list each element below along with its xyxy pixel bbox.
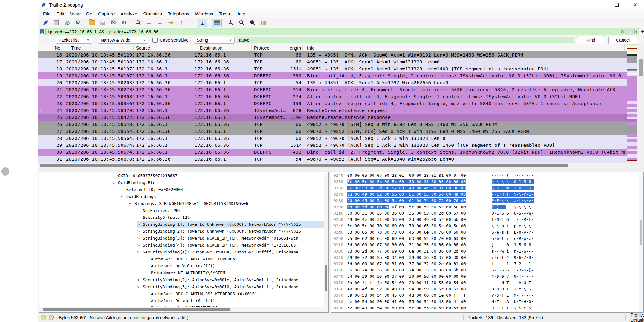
detail-line[interactable]: >StringBinding[1]: TowerId=Unknown (0x00… xyxy=(39,221,328,228)
go-last-icon[interactable]: ↓ xyxy=(187,19,197,27)
cell-dst[interactable]: 172.16.66.1 xyxy=(192,128,252,135)
cell-time[interactable]: 2020/206 10:13:45.501290 xyxy=(63,51,134,58)
cell-proto[interactable]: DCERPC xyxy=(252,72,290,79)
stop-capture-icon[interactable] xyxy=(51,19,61,27)
detail-line[interactable]: AuthzSvc: Default (0xffff) xyxy=(39,263,328,270)
hex-row[interactable]: 02505c 00 5c 00 5c 00 5c 00 30 00 31 00 … xyxy=(331,179,643,185)
packet-row[interactable]: 192020/206 10:13:45.501979172.16.66.1172… xyxy=(38,72,627,79)
cell-info[interactable]: Bind: call_id: 2, Fragment: Single, 3 co… xyxy=(303,149,625,156)
detail-line[interactable]: AuthnSvc: RPC_C_AUTH_WINNT (0x000a) xyxy=(39,256,328,263)
hex-bytes[interactable]: 49 00 4e 00 31 00 36 00 2d 00 49 00 52 0… xyxy=(347,217,466,223)
collapsed-arrow-icon[interactable]: > xyxy=(137,242,140,249)
hex-bytes[interactable]: 36 00 2e 00 36 00 36 00 2e 00 33 00 36 0… xyxy=(347,267,466,273)
hex-bytes[interactable]: 69 00 72 00 5b 00 34 00 39 00 36 00 37 0… xyxy=(347,254,466,261)
hex-bytes[interactable]: 5c 00 5c 00 5c 00 5c 00 30 00 31 00 35 0… xyxy=(347,179,466,185)
cell-len[interactable]: 66 xyxy=(290,128,303,135)
hex-row[interactable]: 039052 00 49 00 54 00 59 00 5c 00 53 00 … xyxy=(331,305,643,311)
hex-ascii[interactable]: s·-·w·i· n·1·6·-· xyxy=(492,248,534,254)
expert-info-icon[interactable] xyxy=(41,315,46,320)
hex-bytes[interactable]: 52 00 49 00 54 00 59 00 5c 00 53 00 59 0… xyxy=(347,305,466,311)
intelligent-scrollbar-minimap[interactable] xyxy=(627,45,637,161)
cell-info[interactable]: Alter_context_resp: call_id: 4, Fragment… xyxy=(303,100,625,107)
column-header-dst[interactable]: Destination xyxy=(192,44,252,51)
hex-row[interactable]: 02f05d 00 00 00 07 00 30 00 31 00 35 00 … xyxy=(331,242,643,248)
cell-src[interactable]: 172.16.66.36 xyxy=(134,114,192,121)
colorize-icon[interactable] xyxy=(212,19,222,27)
hex-row[interactable]: 03804e 00 54 00 20 00 41 00 55 00 54 00 … xyxy=(331,299,643,305)
hex-bytes[interactable]: 5d 00 00 00 07 00 30 00 31 00 35 00 36 0… xyxy=(347,242,466,248)
menu-statistics[interactable]: Statistics xyxy=(140,10,165,17)
cell-no[interactable]: 24 xyxy=(38,107,63,114)
cell-no[interactable]: 19 xyxy=(38,72,63,79)
detail-line[interactable]: >SecurityBinding[1]: AuthnSvc=0x000a, Au… xyxy=(39,249,328,256)
cell-info[interactable]: 49670 → 49852 [SYN, ACK] Seq=0 Ack=1 Win… xyxy=(303,128,625,135)
cell-no[interactable]: 20 xyxy=(38,79,63,86)
cell-time[interactable]: 2020/206 10:13:45.504223 xyxy=(63,114,134,121)
go-forward-icon[interactable]: → xyxy=(155,19,164,27)
cell-proto[interactable]: TCP xyxy=(252,51,290,58)
menu-help[interactable]: Help xyxy=(233,10,248,17)
detail-line[interactable]: >StringBinding[3]: TowerId=NCACN_IP_TCP,… xyxy=(39,235,328,242)
hex-bytes[interactable]: 53 00 65 00 73 00 73 00 45 00 6e 00 76 0… xyxy=(347,229,466,236)
find-button[interactable]: Find xyxy=(577,36,605,44)
go-to-packet-icon[interactable]: ⇥ xyxy=(166,19,175,27)
hex-ascii[interactable]: 6·.·6·6· .·3·6·[· xyxy=(492,267,534,273)
cell-info[interactable]: 49852 → 49670 [ACK] Seq=1 Ack=1 Win=1313… xyxy=(303,142,625,149)
cell-dst[interactable]: 172.16.66.36 xyxy=(192,58,252,65)
cell-time[interactable]: 2020/206 10:13:45.503089 xyxy=(63,93,134,100)
detail-line[interactable]: >StringBinding[4]: TowerId=NCACN_IP_TCP,… xyxy=(39,242,328,249)
detail-vscrollbar[interactable] xyxy=(324,173,328,307)
hex-bytes[interactable]: 5d 00 00 00 07 00 31 00 37 00 32 00 2e 0… xyxy=(347,261,466,267)
cell-time[interactable]: 2020/206 10:13:45.506740 xyxy=(63,142,134,149)
cell-src[interactable]: 172.16.66.36 xyxy=(134,51,192,58)
column-header-proto[interactable]: Protocol xyxy=(252,44,290,51)
hex-bytes[interactable]: 75 00 62 00 6c 00 69 00 63 00 52 00 70 0… xyxy=(347,236,466,242)
packet-list-vscrollbar[interactable] xyxy=(638,44,644,163)
column-header-info[interactable]: Info xyxy=(303,44,625,51)
close-file-icon[interactable]: ☒ xyxy=(109,19,118,27)
hex-row[interactable]: 02702d 00 49 00 52 00 5b 00 5c 00 5c 00 … xyxy=(331,191,643,198)
cell-proto[interactable]: TCP xyxy=(252,128,290,135)
cell-time[interactable]: 2020/206 10:13:45.502738 xyxy=(63,86,134,93)
find-query-input[interactable]: atsvc xyxy=(237,37,574,43)
cell-no[interactable]: 18 xyxy=(38,65,63,72)
cell-info[interactable]: 49851 → 135 [ACK] Seq=1 Ack=1 Win=131328… xyxy=(303,58,625,65)
hex-ascii[interactable]: R·I·T·Y· \·S·Y·S· xyxy=(492,305,534,311)
cell-no[interactable]: 16 xyxy=(38,51,63,58)
cell-no[interactable]: 25 xyxy=(38,114,63,121)
hex-row[interactable]: 026036 00 53 00 2d 00 57 00 49 00 4e 00 … xyxy=(331,185,643,191)
hex-bytes[interactable]: 4e 00 54 00 20 00 41 00 55 00 54 00 48 0… xyxy=(347,299,466,305)
cell-src[interactable]: 172.16.66.1 xyxy=(134,72,192,79)
open-file-icon[interactable] xyxy=(87,19,97,27)
cell-time[interactable]: 2020/206 10:13:45.505481 xyxy=(63,121,134,128)
cell-len[interactable]: 159 xyxy=(290,100,303,107)
cell-dst[interactable]: 172.16.66.36 xyxy=(192,93,252,100)
menu-telephony[interactable]: Telephony xyxy=(165,10,192,17)
cell-dst[interactable]: 172.16.66.36 xyxy=(192,65,252,72)
cell-info[interactable]: Alter_context: call_id: 4, Fragment: Sin… xyxy=(303,93,625,100)
column-header-len[interactable]: Length xyxy=(290,44,303,51)
cell-dst[interactable]: 172.16.66.1 xyxy=(192,51,252,58)
packet-list-hscrollbar[interactable] xyxy=(38,163,644,168)
display-filter-input[interactable]: ip.addr==172.16.66.1 && ip.addr==172.16.… xyxy=(45,28,639,35)
cell-src[interactable]: 172.16.66.36 xyxy=(134,156,192,163)
cell-proto[interactable]: ISystemAct… xyxy=(252,107,290,114)
close-button[interactable]: × xyxy=(626,0,644,9)
packet-row[interactable]: 282020/206 10:13:45.505641172.16.66.1172… xyxy=(38,135,627,142)
filter-dropdown-icon[interactable]: ▾ xyxy=(635,30,637,34)
filter-apply-icon[interactable]: ➜ xyxy=(625,29,635,34)
detail-line[interactable]: >SecurityBinding[3]: AuthnSvc=0x0010, Au… xyxy=(39,283,328,290)
detail-hscrollbar[interactable] xyxy=(39,307,328,312)
cell-proto[interactable]: TCP xyxy=(252,58,290,65)
cell-no[interactable]: 17 xyxy=(38,58,63,65)
hex-ascii[interactable]: \·\·p·i· p·e·\·\· xyxy=(492,223,534,229)
minimize-button[interactable]: — xyxy=(589,0,608,9)
hex-ascii[interactable]: 4·9·6·7· 0·]····· xyxy=(492,273,534,280)
column-header-no[interactable]: No. xyxy=(38,44,63,51)
hex-row[interactable]: 03500a 00 ff ff 4e 00 54 00 20 00 41 00 … xyxy=(331,280,643,286)
expanded-arrow-icon[interactable]: > xyxy=(118,195,125,198)
hex-row[interactable]: 029063 00 5d 00 00 00 0f 00 5c 00 5c 00 … xyxy=(331,204,643,210)
cell-proto[interactable]: DCERPC xyxy=(252,100,290,107)
cell-len[interactable]: 54 xyxy=(290,79,303,86)
hex-row[interactable]: 02c05c 00 5c 00 70 00 69 00 70 00 65 00 … xyxy=(331,223,643,229)
